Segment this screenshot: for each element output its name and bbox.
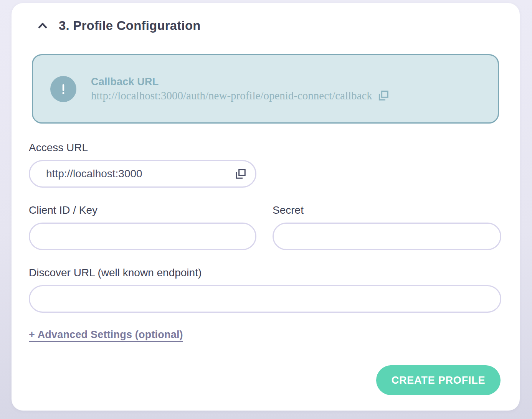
copy-callback-url-button[interactable] xyxy=(378,90,389,101)
profile-configuration-card: 3. Profile Configuration Callback URL ht… xyxy=(12,3,520,411)
discover-url-label: Discover URL (well known endpoint) xyxy=(29,266,501,280)
callback-url-label: Callback URL xyxy=(91,76,389,88)
chevron-up-icon xyxy=(37,20,48,31)
client-id-label: Client ID / Key xyxy=(29,203,256,218)
secret-input[interactable] xyxy=(273,223,501,250)
access-url-label: Access URL xyxy=(29,140,501,155)
callback-url-value: http://localhost:3000/auth/new-profile/o… xyxy=(91,89,372,102)
secret-label: Secret xyxy=(273,203,501,218)
exclamation-icon xyxy=(50,76,76,102)
create-profile-button[interactable]: CREATE PROFILE xyxy=(376,365,501,395)
section-header: 3. Profile Configuration xyxy=(29,17,501,35)
callback-url-notice: Callback URL http://localhost:3000/auth/… xyxy=(32,54,499,124)
copy-icon xyxy=(378,90,389,101)
copy-access-url-button[interactable] xyxy=(235,168,246,180)
access-url-input[interactable] xyxy=(29,160,256,188)
copy-icon xyxy=(235,168,246,180)
callback-notice-text: Callback URL http://localhost:3000/auth/… xyxy=(91,76,389,102)
client-id-input[interactable] xyxy=(29,223,256,250)
collapse-section-button[interactable] xyxy=(36,20,49,32)
discover-url-input[interactable] xyxy=(29,285,501,313)
section-title: 3. Profile Configuration xyxy=(59,18,201,33)
advanced-settings-link[interactable]: + Advanced Settings (optional) xyxy=(29,329,183,340)
